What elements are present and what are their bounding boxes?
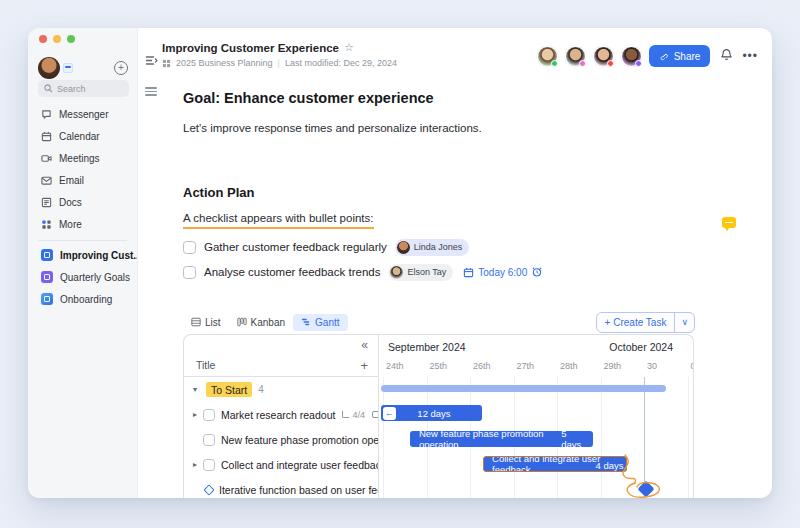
doc-icon [41, 271, 53, 283]
block-menu-icon[interactable] [145, 85, 157, 98]
sidebar-item-more[interactable]: More [28, 213, 137, 235]
calendar-icon [41, 131, 52, 142]
collapse-sidebar-icon[interactable] [145, 52, 158, 70]
pinned-doc-label: Improving Cust... [60, 250, 137, 261]
gantt-title-header: « Title + [184, 335, 378, 377]
due-date[interactable]: Today 6:00 [463, 266, 543, 278]
sidebar-menu: Messenger Calendar Meetings Email Docs M… [28, 103, 137, 235]
assignee-chip[interactable]: Elson Tay [388, 264, 453, 281]
gridline [383, 377, 384, 498]
document-icon [41, 197, 52, 208]
sidebar-item-label: Email [59, 175, 84, 186]
milestone-icon [203, 484, 214, 495]
task-checkbox[interactable] [183, 241, 196, 254]
folder-grid-icon [162, 59, 171, 68]
task-title: Collect and integrate user feedback [221, 459, 378, 471]
task-title: Market research readout [221, 409, 335, 421]
caret-right-icon[interactable]: ▸ [190, 460, 200, 469]
messenger-icon [41, 109, 52, 120]
gantt-bar-collect-feedback[interactable]: Collect and integrate user feedback 4 da… [483, 456, 627, 472]
assignee-name: Linda Jones [414, 242, 463, 252]
tick-label: 27th [517, 361, 535, 371]
subtask-count: 4/4 [352, 410, 365, 420]
caret-right-icon[interactable]: ▸ [190, 410, 200, 419]
tab-gantt[interactable]: Gantt [293, 314, 347, 331]
collaborator-avatar[interactable] [537, 46, 558, 67]
window-controls[interactable] [39, 35, 75, 43]
tab-list[interactable]: List [183, 314, 229, 331]
checklist-text: Gather customer feedback regularly [204, 241, 387, 253]
task-checkbox[interactable] [203, 409, 215, 421]
alarm-clock-icon[interactable] [531, 266, 543, 278]
create-task-button[interactable]: + Create Task [597, 313, 675, 332]
task-checkbox[interactable] [183, 266, 196, 279]
zoom-window-icon[interactable] [67, 35, 75, 43]
tab-label: List [205, 317, 221, 328]
task-checkbox[interactable] [203, 434, 215, 446]
video-camera-icon [41, 153, 52, 164]
sidebar-item-meetings[interactable]: Meetings [28, 147, 137, 169]
comment-indicator-icon[interactable] [722, 217, 736, 228]
share-button[interactable]: Share [649, 45, 711, 67]
gantt-bar-new-feature[interactable]: New feature phase promotion operation 5 … [410, 431, 593, 447]
status-dot [579, 60, 586, 67]
add-workspace-button[interactable]: + [114, 61, 128, 75]
status-dot [607, 60, 614, 67]
due-date-text: Today 6:00 [478, 267, 527, 278]
add-column-icon[interactable]: + [360, 358, 368, 373]
gantt-task-row[interactable]: ▸ Market research readout 4/4 3 [184, 402, 378, 427]
chevron-down-icon[interactable]: ∨ [674, 313, 694, 332]
gantt-task-row[interactable]: Iterative function based on user feedbac… [184, 477, 378, 498]
list-view-icon [191, 317, 201, 327]
doc-heading: Goal: Enhance customer experience [183, 90, 434, 106]
sidebar-item-docs[interactable]: Docs [28, 191, 137, 213]
sidebar-item-onboarding[interactable]: Onboarding [28, 288, 137, 310]
search-input[interactable]: Search [38, 80, 129, 97]
task-meta: 4/4 3 [342, 410, 378, 420]
sidebar-item-calendar[interactable]: Calendar [28, 125, 137, 147]
gantt-group-row[interactable]: ▾ To Start 4 [184, 377, 378, 402]
scroll-to-start-icon[interactable]: ← [383, 407, 396, 420]
task-view-toolbar: List Kanban Gantt + Create Task ∨ [183, 311, 695, 333]
tab-kanban[interactable]: Kanban [229, 314, 293, 331]
assignee-name: Elson Tay [407, 267, 446, 277]
status-dot [635, 60, 642, 67]
sidebar-item-improving-customer[interactable]: Improving Cust... [28, 244, 137, 266]
collaborator-avatar[interactable] [565, 46, 586, 67]
create-task-split-button[interactable]: + Create Task ∨ [596, 312, 695, 333]
doc-paragraph: Let's improve response times and persona… [183, 122, 482, 134]
sidebar-item-quarterly-goals[interactable]: Quarterly Goals [28, 266, 137, 288]
breadcrumb[interactable]: 2025 Business Planning [176, 58, 273, 68]
gantt-bar-market-research[interactable]: ← 12 days [381, 405, 482, 421]
gantt-task-row[interactable]: New feature phase promotion operation [184, 427, 378, 452]
task-checkbox[interactable] [203, 459, 215, 471]
more-options-icon[interactable]: ••• [742, 49, 758, 63]
month-label: September 2024 [388, 341, 466, 353]
gantt-view-icon [301, 317, 311, 327]
favorite-star-icon[interactable]: ☆ [344, 41, 354, 54]
assignee-chip[interactable]: Linda Jones [395, 239, 470, 256]
collapse-pane-icon[interactable]: « [361, 338, 368, 352]
group-status-chip: To Start [206, 382, 252, 397]
status-dot [551, 60, 558, 67]
minimize-window-icon[interactable] [53, 35, 61, 43]
sidebar-item-email[interactable]: Email [28, 169, 137, 191]
collaborator-avatar[interactable] [621, 46, 642, 67]
group-summary-bar[interactable] [381, 385, 666, 392]
pinned-doc-label: Onboarding [60, 294, 112, 305]
collaborator-avatar[interactable] [593, 46, 614, 67]
sidebar-item-messenger[interactable]: Messenger [28, 103, 137, 125]
close-window-icon[interactable] [39, 35, 47, 43]
search-placeholder: Search [57, 84, 86, 94]
caret-down-icon[interactable]: ▾ [190, 385, 200, 394]
bar-duration: 12 days [396, 408, 482, 419]
gantt-task-row[interactable]: ▸ Collect and integrate user feedback [184, 452, 378, 477]
notifications-bell-icon[interactable] [720, 47, 733, 65]
gridline [601, 377, 602, 498]
title-column-header: Title [196, 359, 215, 371]
app-window: + Search Messenger Calendar Meetings Ema… [28, 28, 772, 498]
last-modified-text: Last modified: Dec 29, 2024 [285, 58, 397, 68]
assignee-avatar [397, 241, 410, 254]
calendar-icon [463, 267, 474, 278]
user-avatar[interactable] [38, 57, 60, 79]
